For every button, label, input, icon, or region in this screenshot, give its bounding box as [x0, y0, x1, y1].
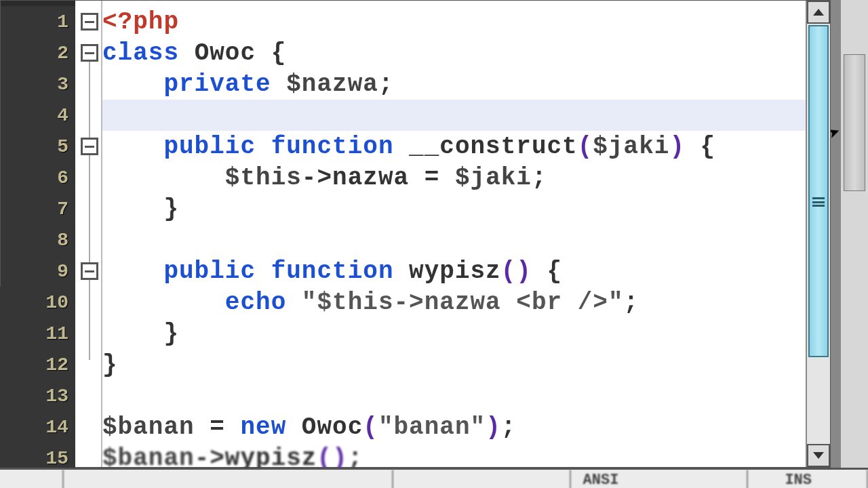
variable: $banan [102, 413, 195, 441]
variable: $jaki [593, 133, 669, 161]
scrollbar-thumb[interactable] [808, 25, 829, 357]
vertical-scrollbar[interactable] [806, 1, 830, 467]
punct: ; [532, 164, 547, 192]
fold-guide [89, 280, 90, 331]
line-number: 13 [0, 380, 75, 411]
status-cell [748, 470, 772, 488]
code-editor: 1 2 3 4 5 6 7 8 9 10 11 12 13 14 15 <?ph… [0, 0, 831, 468]
scrollbar-grip-icon [812, 197, 825, 207]
code-line-current[interactable] [102, 100, 806, 131]
punct: ; [378, 70, 394, 98]
brace: } [102, 320, 179, 348]
fold-toggle[interactable] [81, 13, 98, 30]
brace: { [685, 133, 715, 161]
class-name: Owoc [286, 413, 363, 441]
string: "banan" [378, 413, 486, 441]
code-line[interactable]: echo "$this->nazwa <br />" ; [102, 287, 806, 318]
paren: () [501, 258, 532, 285]
fold-column [75, 1, 102, 467]
status-bar: ANSI INS [0, 468, 868, 488]
function-name: __construct [393, 133, 577, 161]
php-open-tag: <?php [102, 8, 179, 36]
keyword: public [102, 133, 256, 161]
paren: ) [669, 133, 685, 161]
code-line[interactable]: <?php [102, 6, 806, 37]
fold-guide [89, 155, 90, 207]
paren: ( [363, 413, 378, 441]
op: = [409, 164, 455, 192]
status-cell [393, 470, 571, 488]
line-number: 5 [1, 131, 75, 162]
line-number: 4 [1, 100, 75, 131]
function-name: wypisz [393, 258, 500, 285]
fold-toggle[interactable] [81, 44, 98, 62]
brace: } [102, 195, 179, 223]
class-name: Owoc [179, 39, 271, 67]
status-cell [64, 470, 393, 488]
fold-toggle[interactable] [81, 262, 98, 280]
code-line[interactable]: public function __construct ( $jaki ) { [102, 131, 806, 162]
variable: $jaki [455, 164, 532, 192]
code-line[interactable] [102, 380, 806, 411]
scroll-up-button[interactable] [807, 1, 830, 24]
variable: $nazwa [271, 70, 378, 98]
line-number: 2 [1, 37, 75, 68]
line-number-gutter: 1 2 3 4 5 6 7 8 9 10 11 12 13 14 15 [1, 1, 77, 467]
code-line[interactable]: private $nazwa ; [102, 68, 806, 100]
status-cell [0, 470, 64, 488]
variable: $this [102, 164, 302, 192]
code-line[interactable]: $banan = new Owoc ( "banan" ) ; [102, 411, 806, 443]
code-line[interactable]: } [102, 318, 806, 349]
status-encoding: ANSI [571, 470, 749, 488]
keyword: function [256, 133, 393, 161]
keyword: function [256, 258, 393, 285]
line-number: 6 [1, 162, 75, 193]
paren: ( [578, 133, 593, 161]
fold-toggle[interactable] [81, 138, 98, 155]
line-number: 1 [1, 6, 75, 37]
property: nazwa [332, 164, 409, 192]
outer-scrollbar-thumb[interactable] [844, 54, 865, 191]
keyword: echo [102, 289, 302, 317]
keyword: class [102, 39, 179, 67]
code-line[interactable] [102, 224, 806, 256]
arrow: -> [302, 164, 332, 192]
code-line[interactable]: class Owoc { [102, 37, 806, 68]
code-line[interactable]: public function wypisz () { [102, 256, 806, 287]
code-line[interactable]: } [102, 349, 806, 380]
line-number: 9 [1, 256, 75, 287]
outer-scrollbar[interactable] [841, 0, 868, 488]
line-number: 12 [0, 349, 75, 380]
line-number: 11 [0, 318, 75, 349]
punct: ; [624, 289, 639, 317]
string: "$this->nazwa <br />" [302, 289, 624, 317]
keyword: public [102, 258, 256, 285]
op: = [195, 413, 241, 441]
line-number: 3 [1, 68, 75, 100]
line-number: 10 [0, 287, 75, 318]
line-number: 7 [1, 193, 75, 224]
scroll-down-button[interactable] [807, 444, 830, 467]
brace: { [532, 258, 562, 285]
code-line[interactable]: } [102, 193, 806, 224]
keyword: new [240, 413, 286, 441]
line-number: 8 [1, 224, 75, 256]
brace: { [271, 39, 287, 67]
paren: ) [486, 413, 501, 441]
punct: ; [501, 413, 517, 441]
brace: } [102, 351, 118, 379]
status-mode: INS [772, 470, 868, 488]
keyword: private [102, 70, 271, 98]
code-line[interactable]: $this -> nazwa = $jaki ; [102, 162, 806, 193]
code-area[interactable]: <?php class Owoc { private $nazwa ; publ… [102, 1, 806, 467]
line-number: 14 [0, 411, 75, 443]
